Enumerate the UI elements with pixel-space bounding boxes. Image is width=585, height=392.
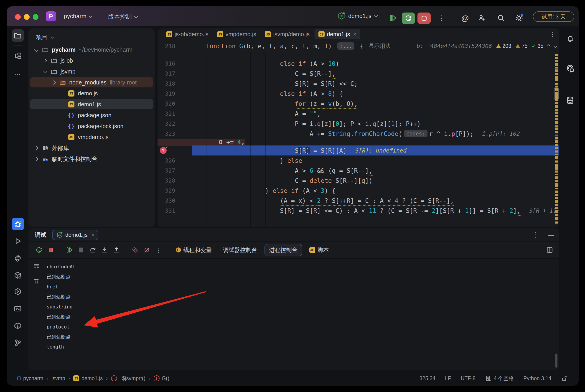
tab-js-ob-demo[interactable]: JS js-ob/demo.js — [162, 29, 212, 39]
error-stripe-mark[interactable] — [555, 190, 558, 193]
layout-settings-icon[interactable] — [546, 246, 553, 254]
file-encoding[interactable]: UTF-8 — [461, 376, 476, 382]
project-view-header[interactable]: 项目 — [28, 28, 155, 44]
error-stripe-mark[interactable] — [555, 214, 558, 216]
error-stripe-mark[interactable] — [555, 126, 558, 128]
zoom-button[interactable] — [33, 14, 38, 20]
database-icon[interactable] — [564, 94, 576, 106]
vcs-menu[interactable]: 版本控制 — [108, 13, 137, 21]
debug-session-tab[interactable]: JS demo1.js × — [52, 230, 98, 240]
tab-demo1-active[interactable]: JS demo1.js × — [314, 29, 360, 40]
tree-item--[interactable]: 外部库 — [28, 142, 155, 154]
error-stripe-mark[interactable] — [555, 86, 558, 87]
gutter-cell[interactable]: 319 — [158, 88, 192, 98]
gutter-cell[interactable]: 320 — [158, 98, 192, 108]
error-stripe-mark[interactable] — [555, 188, 558, 190]
tree-item-demo1-js[interactable]: JSdemo1.js — [28, 99, 155, 110]
error-stripe-mark[interactable] — [555, 170, 558, 172]
tree-item-jsvmp[interactable]: jsvmp — [28, 66, 155, 77]
project-tool-button[interactable] — [12, 29, 24, 42]
error-stripe-mark[interactable] — [555, 154, 558, 155]
gutter-cell[interactable]: 328 — [158, 176, 192, 186]
error-stripe-mark[interactable] — [555, 67, 558, 68]
run-configuration[interactable]: JS demo1.js — [337, 12, 377, 20]
error-stripe[interactable] — [555, 28, 558, 227]
error-stripe-mark[interactable] — [555, 217, 558, 220]
gutter-cell[interactable]: 329 — [158, 186, 192, 196]
gutter-cell[interactable]: 316 — [158, 58, 192, 68]
error-stripe-mark[interactable] — [555, 115, 558, 117]
hide-panel-icon[interactable]: — — [548, 231, 554, 238]
error-stripe-mark[interactable] — [555, 121, 558, 124]
error-stripe-mark[interactable] — [555, 131, 558, 134]
error-stripe-mark[interactable] — [555, 54, 558, 56]
services-tool-button[interactable] — [12, 286, 24, 298]
sticky-header-line[interactable]: 218 function G(b, e, f, a, c, l, m, I) :… — [158, 40, 559, 52]
tree-item--[interactable]: 临时文件和控制台 — [28, 154, 155, 164]
gutter-cell[interactable]: 317 — [158, 68, 192, 78]
conditional-breakpoint-icon[interactable]: ? — [160, 147, 166, 154]
error-stripe-mark[interactable] — [555, 57, 558, 59]
code-line[interactable]: 321A = "", — [158, 108, 559, 118]
error-stripe-mark[interactable] — [555, 194, 558, 196]
app-menu[interactable]: pycharm — [64, 13, 92, 20]
error-stripe-mark[interactable] — [555, 164, 558, 170]
ai-chat-icon[interactable] — [564, 62, 576, 75]
pycharm-logo[interactable]: P — [46, 12, 56, 22]
tree-item-js-ob[interactable]: js-ob — [28, 55, 155, 66]
code-line[interactable]: 330(A = x) < 2 ? S[++R] = C : A < 4 ? (C… — [158, 196, 559, 206]
error-stripe-mark[interactable] — [555, 156, 558, 159]
breadcrumb-project[interactable]: pycharm — [17, 376, 43, 382]
gutter-cell[interactable]: 318 — [158, 78, 192, 88]
gutter-cell[interactable]: 321 — [158, 108, 192, 118]
error-stripe-mark[interactable] — [555, 183, 558, 187]
stop-button[interactable] — [418, 12, 431, 24]
code-line[interactable]: 329} else if (A < 3) { — [158, 186, 559, 196]
dependencies-tool-button[interactable] — [12, 269, 24, 281]
error-stripe-mark[interactable] — [555, 210, 558, 212]
breadcrumb-folder[interactable]: jsvmp — [52, 376, 65, 382]
code-line[interactable]: ?S[R] = S[R][A]S[R]: undefined — [158, 146, 559, 156]
gutter-cell[interactable]: 331 — [158, 206, 192, 216]
code-line[interactable]: 322P = i.q[z][0]; P < i.q[z][1]; P++) — [158, 118, 559, 128]
code-line[interactable]: 326} else — [158, 156, 559, 166]
tab-jsvmp-demo[interactable]: JS jsvmp/demo.js — [261, 29, 313, 39]
rerun-debug-button[interactable] — [402, 12, 415, 24]
toolbar-more-icon[interactable]: ⋮ — [154, 245, 164, 255]
tree-item-node-modules[interactable]: node_moduleslibrary root — [28, 77, 155, 88]
gutter-cell[interactable]: 330 — [158, 196, 192, 206]
error-stripe-mark[interactable] — [555, 128, 558, 130]
error-stripe-mark[interactable] — [555, 222, 558, 224]
tab-threads-variables[interactable]: 线程和变量 — [172, 244, 216, 256]
process-console[interactable]: charCodeAt已到达断点:href已到达断点:substring已到达断点… — [28, 258, 559, 370]
gutter-cell[interactable]: 322 — [158, 118, 192, 128]
close-button[interactable] — [15, 14, 21, 20]
python-packages-tool-button[interactable] — [12, 252, 24, 264]
tree-item-vmpdemo-js[interactable]: JSvmpdemo.js — [28, 132, 155, 142]
trial-badge[interactable]: 试用: 3 天 — [533, 12, 574, 22]
view-breakpoints-icon[interactable] — [130, 245, 140, 255]
interpreter-version[interactable]: Python 3.14 — [523, 376, 551, 382]
caret-position[interactable]: 325:34 — [420, 376, 436, 382]
search-icon[interactable] — [496, 13, 506, 23]
passed-inspections[interactable]: ✓ 35 — [532, 43, 543, 49]
tab-process-console[interactable]: 进程控制台 — [264, 244, 302, 256]
chevron-down-icon[interactable] — [43, 70, 47, 74]
close-session-icon[interactable]: × — [91, 232, 94, 238]
pause-icon[interactable] — [76, 245, 86, 255]
debug-options-icon[interactable]: ⋮ — [532, 231, 539, 238]
tree-item-package-lock-json[interactable]: {}package-lock.json — [28, 121, 155, 132]
step-into-icon[interactable] — [100, 245, 110, 255]
mute-breakpoints-icon[interactable] — [142, 245, 152, 255]
tab-vmpdemo[interactable]: JS vmpdemo.js — [214, 29, 260, 39]
error-stripe-mark[interactable] — [555, 197, 558, 199]
error-stripe-mark[interactable] — [555, 150, 558, 152]
error-stripe-mark[interactable] — [555, 180, 558, 182]
tree-item-package-json[interactable]: {}package.json — [28, 110, 155, 121]
error-stripe-mark[interactable] — [555, 112, 558, 114]
show-usages-hint[interactable]: 显示用法 — [369, 42, 390, 50]
line-separator[interactable]: LF — [445, 376, 451, 382]
tree-item-demo-js[interactable]: JSdemo.js — [28, 88, 155, 99]
error-stripe-mark[interactable] — [555, 62, 558, 66]
breadcrumb-file[interactable]: JS demo1.js — [73, 376, 103, 382]
